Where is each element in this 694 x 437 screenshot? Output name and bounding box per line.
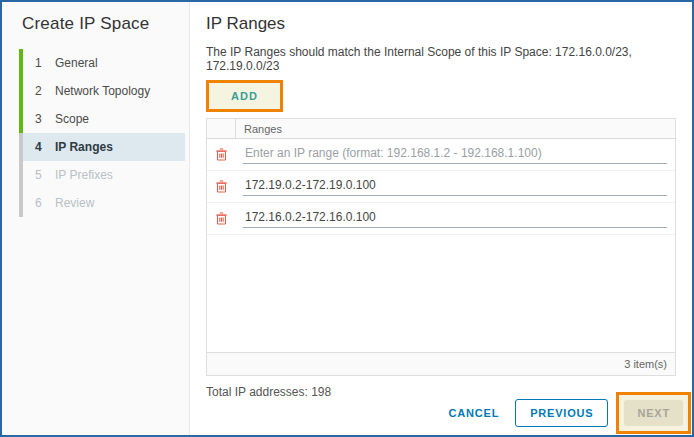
next-button-highlight-annotation: NEXT	[616, 392, 691, 434]
delete-column-header	[207, 119, 235, 138]
ip-ranges-table: Ranges	[206, 118, 676, 376]
table-header: Ranges	[207, 119, 675, 139]
ip-range-input-new[interactable]	[243, 145, 667, 164]
wizard-sidebar: Create IP Space 1 General 2 Network Topo…	[2, 2, 190, 435]
wizard-steps: 1 General 2 Network Topology 3 Scope 4 I…	[2, 49, 189, 217]
wizard-actions: CANCEL PREVIOUS NEXT	[449, 392, 691, 434]
ip-ranges-panel: IP Ranges The IP Ranges should match the…	[190, 2, 692, 435]
delete-range-button[interactable]	[207, 212, 235, 225]
trash-icon	[216, 180, 227, 193]
item-count: 3 item(s)	[624, 358, 667, 370]
table-footer: 3 item(s)	[207, 353, 675, 375]
next-button[interactable]: NEXT	[624, 400, 683, 426]
delete-range-button[interactable]	[207, 148, 235, 161]
step-review: 6 Review	[23, 189, 185, 217]
step-scope[interactable]: 3 Scope	[23, 105, 185, 133]
cancel-button[interactable]: CANCEL	[449, 407, 500, 419]
add-range-button[interactable]: ADD	[209, 83, 280, 109]
ranges-column-header: Ranges	[235, 119, 282, 138]
progress-bar-remaining	[19, 133, 23, 217]
page-title: IP Ranges	[206, 14, 676, 34]
dialog-title: Create IP Space	[2, 2, 189, 34]
step-ip-prefixes: 5 IP Prefixes	[23, 161, 185, 189]
previous-button[interactable]: PREVIOUS	[515, 399, 608, 427]
table-row	[207, 139, 675, 171]
trash-icon	[216, 212, 227, 225]
step-network-topology[interactable]: 2 Network Topology	[23, 77, 185, 105]
ip-range-input-1[interactable]	[243, 177, 667, 196]
table-row	[207, 203, 675, 235]
scope-hint-text: The IP Ranges should match the Internal …	[206, 45, 676, 73]
create-ip-space-dialog: Create IP Space 1 General 2 Network Topo…	[0, 0, 694, 437]
ip-range-input-2[interactable]	[243, 209, 667, 228]
table-row	[207, 171, 675, 203]
step-general[interactable]: 1 General	[23, 49, 185, 77]
progress-bar-completed	[19, 49, 23, 133]
add-button-highlight-annotation: ADD	[206, 80, 283, 112]
step-progress-bar	[19, 49, 23, 217]
delete-range-button[interactable]	[207, 180, 235, 193]
step-ip-ranges[interactable]: 4 IP Ranges	[23, 133, 185, 161]
table-empty-area	[207, 235, 675, 353]
trash-icon	[216, 148, 227, 161]
